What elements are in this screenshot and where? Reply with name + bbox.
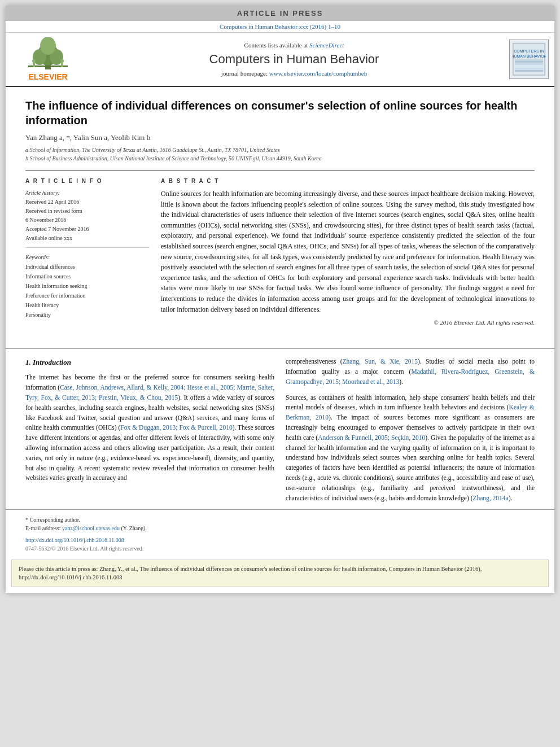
body-columns: 1. Introduction The internet has become … [6, 357, 554, 509]
corresponding-note: * Corresponding author. [25, 516, 535, 524]
article-history-block: Article history: Received 22 April 2016 … [25, 189, 150, 248]
page: ARTICLE IN PRESS Computers in Human Beha… [6, 6, 554, 593]
email-suffix: (Y. Zhang). [121, 525, 147, 531]
journal-header: ELSEVIER Contents lists available at Sci… [6, 33, 554, 87]
keyword-6: Personality [25, 310, 150, 320]
svg-point-4 [40, 37, 56, 55]
accepted-date: Accepted 7 November 2016 [25, 225, 150, 234]
article-info-label: A R T I C L E I N F O [25, 178, 150, 184]
article-main-content: The influence of individual differences … [6, 87, 554, 340]
copyright-line: © 2016 Elsevier Ltd. All rights reserved… [161, 319, 535, 326]
footnote-area: * Corresponding author. E-mail address: … [6, 509, 554, 535]
doi-line[interactable]: http://dx.doi.org/10.1016/j.chb.2016.11.… [6, 535, 554, 544]
email-address[interactable]: yanz@ischool.utexas.edu [62, 525, 120, 531]
keyword-4: Preference for information [25, 291, 150, 300]
keyword-5: Health literacy [25, 300, 150, 310]
intro-paragraph-1: The internet has become the first or the… [25, 373, 274, 483]
ref-kealey-2010[interactable]: Kealey & Berkman, 2010 [286, 404, 535, 421]
ref-case-2004[interactable]: Case, Johnson, Andrews, Allard, & Kelly,… [25, 384, 274, 401]
citation-text: Please cite this article in press as: Zh… [19, 566, 482, 581]
intro-section-number: 1. [25, 358, 31, 366]
keyword-1: Individual differences [25, 262, 150, 272]
svg-text:HUMAN BEHAVIOR: HUMAN BEHAVIOR [512, 54, 546, 58]
elsevier-logo: ELSEVIER [11, 37, 85, 81]
abstract-column: A B S T R A C T Online sources for healt… [161, 178, 535, 326]
affiliations: a School of Information, The University … [25, 146, 535, 163]
banner-text: ARTICLE IN PRESS [237, 9, 323, 18]
keyword-2: Information sources [25, 272, 150, 281]
journal-logo-right: COMPUTERS IN HUMAN BEHAVIOR [504, 40, 549, 79]
elsevier-label: ELSEVIER [28, 72, 67, 81]
keywords-block: Keywords: Individual differences Informa… [25, 252, 150, 320]
journal-info-text: Computers in Human Behavior xxx (2016) 1… [220, 23, 340, 30]
homepage-url[interactable]: www.elsevier.com/locate/comphumbeh [269, 70, 367, 77]
history-label: Article history: [25, 189, 150, 198]
authors-line: Yan Zhang a, *, Yalin Sun a, Yeolib Kim … [25, 133, 535, 142]
email-line: E-mail address: yanz@ischool.utexas.edu … [25, 524, 535, 532]
article-info-column: A R T I C L E I N F O Article history: R… [25, 178, 150, 326]
body-left-column: 1. Introduction The internet has become … [25, 357, 274, 509]
article-in-press-banner: ARTICLE IN PRESS [6, 6, 554, 21]
ref-madathil-2015[interactable]: Madathil, Rivera-Rodriguez, Greenstein, … [286, 368, 535, 385]
svg-rect-9 [61, 63, 63, 67]
affiliation-a: a School of Information, The University … [25, 146, 535, 154]
ref-fox-2013[interactable]: Fox & Duggan, 2013; Fox & Purcell, 2010 [120, 424, 232, 431]
svg-point-8 [60, 59, 64, 63]
intro-heading: 1. Introduction [25, 357, 274, 368]
journal-logo-box: COMPUTERS IN HUMAN BEHAVIOR [509, 40, 549, 79]
journal-title-header: Computers in Human Behavior [85, 52, 504, 67]
chb-journal-logo-icon: COMPUTERS IN HUMAN BEHAVIOR [512, 42, 546, 76]
intro-section-title: Introduction [33, 358, 71, 366]
intro-paragraph-2: comprehensiveness (Zhang, Sun, & Xie, 20… [286, 357, 535, 387]
journal-center: Contents lists available at ScienceDirec… [85, 42, 504, 77]
citation-bar: Please cite this article in press as: Zh… [11, 560, 549, 588]
svg-rect-19 [515, 70, 543, 72]
section-divider [6, 348, 554, 349]
body-right-column: comprehensiveness (Zhang, Sun, & Xie, 20… [286, 357, 535, 509]
abstract-label: A B S T R A C T [161, 178, 535, 184]
abstract-text: Online sources for health information ar… [161, 189, 535, 314]
sciencedirect-label[interactable]: ScienceDirect [309, 42, 344, 49]
homepage-prefix: journal homepage: [221, 70, 269, 77]
ref-zhang-2015[interactable]: Zhang, Sun, & Xie, 2015 [343, 358, 418, 365]
rights-line: 0747-5632/© 2016 Elsevier Ltd. All right… [6, 544, 554, 555]
ref-zhang-2014a[interactable]: Zhang, 2014a [473, 495, 508, 501]
homepage-line: journal homepage: www.elsevier.com/locat… [85, 70, 504, 77]
ref-anderson-2005[interactable]: Anderson & Funnell, 2005; Seçkin, 2010 [318, 434, 425, 441]
svg-text:COMPUTERS IN: COMPUTERS IN [514, 49, 544, 53]
svg-rect-7 [33, 63, 35, 67]
svg-rect-15 [515, 60, 543, 63]
info-abstract-columns: A R T I C L E I N F O Article history: R… [25, 171, 535, 326]
svg-point-6 [32, 59, 36, 63]
email-label: E-mail address: [25, 525, 60, 531]
doi-url[interactable]: http://dx.doi.org/10.1016/j.chb.2016.11.… [25, 537, 124, 543]
journal-info-bar: Computers in Human Behavior xxx (2016) 1… [6, 21, 554, 33]
available-online: Available online xxx [25, 234, 150, 243]
elsevier-tree-icon [23, 37, 73, 71]
svg-rect-18 [515, 68, 543, 69]
authors-text: Yan Zhang a, *, Yalin Sun a, Yeolib Kim … [25, 133, 150, 142]
revised-label: Received in revised form [25, 207, 150, 216]
received-date: Received 22 April 2016 [25, 198, 150, 207]
keyword-3: Health information seeking [25, 281, 150, 291]
revised-date: 6 November 2016 [25, 216, 150, 225]
contents-prefix: Contents lists available at [244, 42, 309, 49]
contents-line: Contents lists available at ScienceDirec… [85, 42, 504, 49]
intro-paragraph-3: Sources, as containers of health informa… [286, 393, 535, 504]
keywords-label: Keywords: [25, 252, 150, 262]
affiliation-b: b School of Business Administration, Uls… [25, 154, 535, 163]
svg-rect-17 [515, 65, 543, 67]
article-title: The influence of individual differences … [25, 98, 535, 128]
svg-rect-16 [515, 63, 543, 65]
